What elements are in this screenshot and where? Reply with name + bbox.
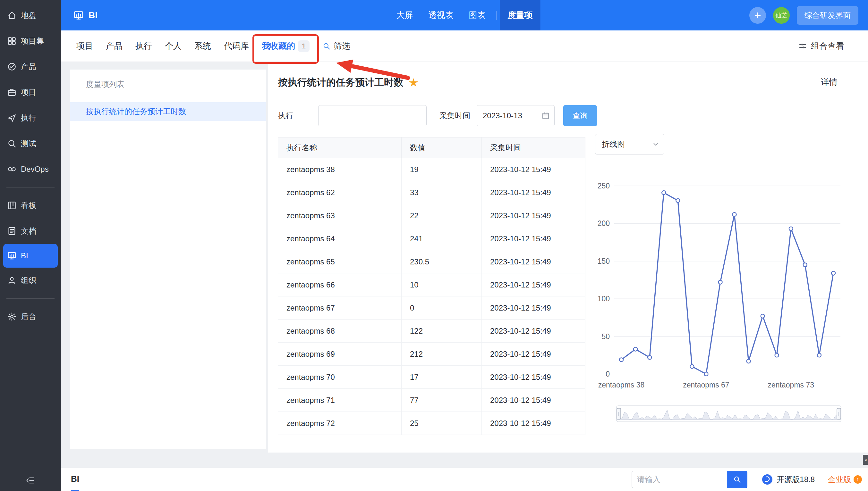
footer-search-button[interactable] [727,471,748,488]
footer-search-input[interactable] [631,471,727,488]
topnav-item-2[interactable]: 透视表 [421,0,461,30]
tab-favorites[interactable]: 我收藏的1 [262,40,309,52]
svg-text:zentaopms 73: zentaopms 73 [768,381,814,389]
table-row: zentaopms 63222023-10-12 15:49 [278,204,586,227]
execution-icon [7,113,17,123]
sidebar-item-bi[interactable]: BI [3,244,58,268]
tab-label: 产品 [106,40,123,52]
scroll-edge-tab[interactable]: ◂ [863,455,868,465]
table-cell: 212 [402,343,482,366]
sidebar-item-label: 测试 [21,139,36,149]
table-row: zentaopms 72252023-10-12 15:49 [278,412,586,435]
footer-brand-tab[interactable]: BI [71,468,79,491]
tab-label: 执行 [135,40,152,52]
tab-product[interactable]: 产品 [106,40,123,52]
table-cell: 2023-10-12 15:49 [482,296,586,320]
table-cell: zentaopms 70 [278,366,402,389]
search-icon [733,475,741,484]
content: 度量项列表 按执行统计的任务预计工时数 按执行统计的任务预计工时数 ★ 详情 执… [61,62,868,468]
table-cell: 33 [402,181,482,204]
table-cell: zentaopms 65 [278,250,402,273]
svg-text:zentaopms 67: zentaopms 67 [683,381,729,389]
topnav-item-3[interactable]: 图表 [461,0,493,30]
sidebar-item-home[interactable]: 地盘 [0,3,61,28]
svg-text:50: 50 [601,333,610,341]
tab-execution[interactable]: 执行 [135,40,152,52]
version-label: 开源版18.8 [777,474,815,485]
sidebar-item-kanban[interactable]: 看板 [0,193,61,218]
table-row: zentaopms 71772023-10-12 15:49 [278,389,586,412]
table-cell: 2023-10-12 15:49 [482,273,586,296]
sidebar-item-admin[interactable]: 后台 [0,304,61,329]
enterprise-link[interactable]: 企业版 [828,474,851,485]
tab-label: 项目 [76,40,93,52]
chart-datazoom[interactable] [616,405,841,422]
sidebar-collapse-button[interactable] [0,475,61,485]
tab-personal[interactable]: 个人 [165,40,182,52]
sidebar-item-qa[interactable]: 测试 [0,131,61,156]
tab-label: 我收藏的 [262,40,295,52]
add-button[interactable] [749,7,766,24]
chart-type-select[interactable]: 折线图 [595,134,664,154]
tabsbar-tabs: 项目产品执行个人系统代码库我收藏的1筛选 [61,40,363,52]
tab-repo[interactable]: 代码库 [224,40,249,52]
sidebar-item-project[interactable]: 项目 [0,80,61,105]
svg-text:0: 0 [606,370,610,378]
table-header-cell: 采集时间 [482,138,586,158]
org-icon [7,276,17,285]
sidebar-item-doc[interactable]: 文档 [0,218,61,244]
avatar[interactable]: 仙芝 [773,7,790,24]
table-cell: 2023-10-12 15:49 [482,412,586,435]
sidebar-item-label: 看板 [21,200,36,210]
sidebar-item-program[interactable]: 项目集 [0,28,61,54]
zentao-logo-icon [762,474,773,485]
table-cell: 10 [402,273,482,296]
table-cell: 2023-10-12 15:49 [482,204,586,227]
kanban-icon [7,201,17,210]
qa-icon [7,139,17,148]
bi-icon [73,10,84,21]
topnav-item-1[interactable]: 大屏 [389,0,421,30]
topnav-item-4[interactable]: 度量项 [500,0,541,30]
table-cell: zentaopms 63 [278,204,402,227]
favorites-count-badge: 1 [298,40,309,52]
metric-table-head: 执行名称数值采集时间 [278,138,586,158]
table-cell: 122 [402,320,482,343]
table-cell: 230.5 [402,250,482,273]
sidebar-item-label: 产品 [21,61,36,72]
sidebar-item-product[interactable]: 产品 [0,54,61,80]
doc-icon [7,226,17,236]
date-filter-input[interactable]: 2023-10-13 [477,105,554,126]
topbar-right: 仙芝 综合研发界面 [749,6,868,25]
zentao-logo [762,474,773,485]
sidebar-item-execution[interactable]: 执行 [0,105,61,131]
sidebar-item-label: 执行 [21,113,36,123]
sidebar-item-label: DevOps [21,165,49,174]
filter-row: 执行 采集时间 2023-10-13 查询 [278,105,868,126]
query-button[interactable]: 查询 [563,105,597,126]
svg-text:250: 250 [598,182,610,190]
execution-filter-input[interactable] [318,105,427,126]
workspace-button[interactable]: 综合研发界面 [797,6,858,25]
detail-link[interactable]: 详情 [821,77,838,88]
date-filter-label: 采集时间 [439,111,470,121]
favorite-star-icon[interactable]: ★ [408,77,418,88]
table-cell: zentaopms 62 [278,181,402,204]
metric-list-item[interactable]: 按执行统计的任务预计工时数 [70,102,266,121]
execution-filter-label: 执行 [278,111,294,121]
table-cell: zentaopms 68 [278,320,402,343]
upgrade-badge-icon[interactable]: ↑ [853,475,862,484]
table-cell: 22 [402,204,482,227]
table-row: zentaopms 692122023-10-12 15:49 [278,343,586,366]
tab-system[interactable]: 系统 [194,40,211,52]
chart-type-value: 折线图 [602,139,625,149]
datazoom-slider[interactable] [616,405,841,422]
sidebar-item-org[interactable]: 组织 [0,268,61,293]
sidebar-item-devops[interactable]: DevOps [0,156,61,182]
tab-filter[interactable]: 筛选 [322,40,350,52]
combined-view-button[interactable]: 组合查看 [798,40,868,52]
tab-project[interactable]: 项目 [76,40,93,52]
sidebar-item-label: 组织 [21,275,36,286]
table-row: zentaopms 65230.52023-10-12 15:49 [278,250,586,273]
table-cell: zentaopms 71 [278,389,402,412]
